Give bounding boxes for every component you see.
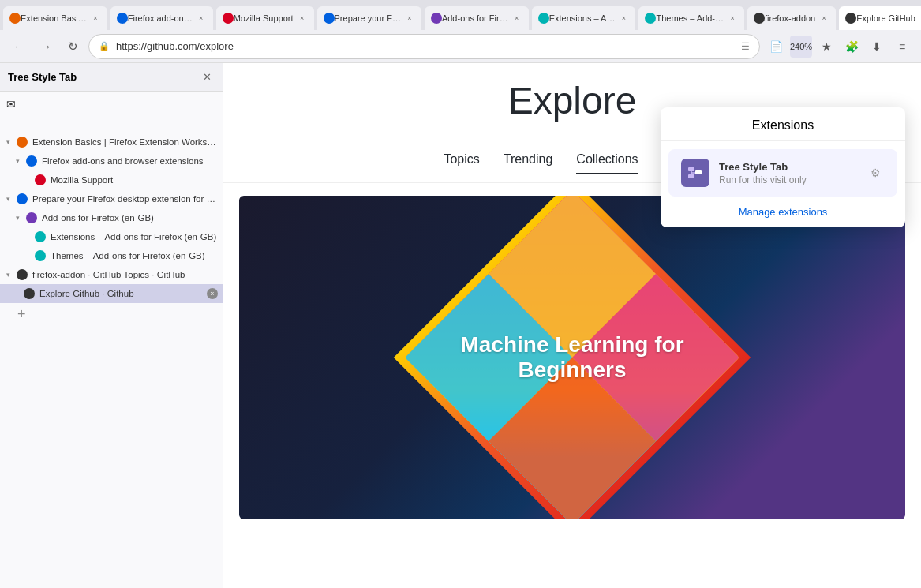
reload-button[interactable]: ↻	[62, 36, 84, 58]
expand-arrow-icon: ▾	[6, 138, 14, 146]
sidebar-tabs: ✉▾Extension Basics | Firefox Extension W…	[0, 92, 223, 588]
sidebar-item-extensions-add[interactable]: Extensions – Add-ons for Firefox (en-GB)	[0, 227, 223, 246]
tab-close-button[interactable]: ×	[511, 13, 522, 24]
tab-label: Firefox add-on…	[128, 13, 193, 23]
svg-rect-5	[695, 170, 702, 174]
tab-favicon	[223, 13, 234, 24]
svg-rect-1	[688, 167, 694, 171]
sidebar-item-themes-add[interactable]: Themes – Add-ons for Firefox (en-GB)	[0, 246, 223, 265]
extension-name: Tree Style Tab	[719, 161, 866, 173]
browser-tab-tab4[interactable]: Prepare your F…×	[317, 6, 421, 30]
tab-bar: Extension Basi…×Firefox add-on…×Mozilla …	[0, 0, 921, 30]
browser-tab-tab6[interactable]: Extensions – A…×	[532, 6, 636, 30]
sidebar-item-label: Add-ons for Firefox (en-GB)	[42, 213, 218, 223]
tab-label: Prepare your F…	[335, 13, 401, 23]
tab-label: Add-ons for Fir…	[442, 13, 508, 23]
back-icon: ←	[13, 39, 25, 53]
zoom-level[interactable]: 240%	[790, 36, 812, 58]
extension-description: Run for this visit only	[719, 174, 866, 185]
tab-close-button[interactable]: ×	[90, 13, 101, 24]
sidebar-favicon	[17, 269, 28, 280]
sidebar-favicon	[26, 212, 37, 223]
address-bar[interactable]: 🔒 https://github.com/explore ☰	[88, 34, 760, 59]
sidebar-item-label: Themes – Add-ons for Firefox (en-GB)	[51, 251, 218, 260]
sidebar-favicon	[35, 231, 46, 242]
sidebar-item-mail[interactable]	[0, 114, 223, 133]
extensions-button[interactable]: 🧩	[841, 36, 863, 58]
sidebar-header: Tree Style Tab ✕	[0, 63, 223, 92]
expand-arrow-icon: ▾	[6, 271, 14, 279]
expand-arrow-icon: ▾	[16, 214, 24, 222]
sidebar-favicon	[35, 250, 46, 261]
bookmark-button[interactable]: ★	[815, 36, 837, 58]
tab-label: Themes – Add-…	[656, 13, 724, 23]
extensions-popup: Extensions Tree Style	[661, 107, 905, 227]
sidebar-item-label: Extensions – Add-ons for Firefox (en-GB)	[51, 232, 218, 242]
mail-icon: ✉	[6, 98, 16, 110]
tab-close-button[interactable]: ×	[297, 13, 308, 24]
github-nav-collections[interactable]: Collections	[576, 146, 638, 174]
reader-button[interactable]: 📄	[765, 36, 787, 58]
sidebar-new-tab-button[interactable]: +	[0, 303, 223, 326]
extension-info: Tree Style Tab Run for this visit only	[719, 161, 866, 185]
tab-favicon	[431, 13, 442, 24]
tab-close-button[interactable]: ×	[727, 13, 738, 24]
sidebar-item-firefox-addon-github[interactable]: ▾firefox-addon · GitHub Topics · GitHub	[0, 265, 223, 284]
sidebar-item-mozilla-support[interactable]: Mozilla Support	[0, 170, 223, 189]
sidebar-item-prepare-ff[interactable]: ▾Prepare your Firefox desktop extension …	[0, 189, 223, 208]
tab-label: Extension Basi…	[21, 13, 87, 23]
tab-label: Mozilla Support	[234, 13, 294, 23]
browser-tab-tab1[interactable]: Extension Basi…×	[3, 6, 107, 30]
main-layout: Tree Style Tab ✕ ✉▾Extension Basics | Fi…	[0, 63, 921, 588]
extension-gear-button[interactable]: ⚙	[866, 163, 885, 182]
menu-button[interactable]: ≡	[891, 36, 913, 58]
sidebar-item-addons-ff[interactable]: ▾Add-ons for Firefox (en-GB)	[0, 208, 223, 227]
sidebar-close-tab-button[interactable]: ×	[207, 288, 218, 299]
browser-tab-tab2[interactable]: Firefox add-on…×	[110, 6, 213, 30]
zoom-text: 240%	[790, 42, 812, 51]
tab-close-button[interactable]: ×	[618, 13, 629, 24]
tab-close-button[interactable]: ×	[196, 13, 207, 24]
tab-label: firefox-addon	[765, 13, 815, 23]
sidebar-item-ext-basics[interactable]: ▾Extension Basics | Firefox Extension Wo…	[0, 133, 223, 152]
reload-icon: ↻	[68, 39, 78, 54]
save-button[interactable]: ⬇	[866, 36, 888, 58]
browser-tab-tab3[interactable]: Mozilla Support×	[216, 6, 314, 30]
sidebar-favicon	[17, 137, 28, 148]
sidebar-favicon	[14, 118, 25, 129]
extensions-popup-title: Extensions	[752, 118, 814, 133]
sidebar-item-mail[interactable]: ✉	[0, 95, 223, 114]
sidebar-favicon	[35, 174, 46, 185]
sidebar-favicon	[24, 288, 35, 299]
expand-arrow-icon: ▾	[6, 195, 14, 203]
back-button[interactable]: ←	[8, 36, 30, 58]
tab-close-button[interactable]: ×	[818, 13, 829, 24]
github-nav-topics[interactable]: Topics	[444, 146, 479, 174]
tab-favicon	[645, 13, 656, 24]
forward-button[interactable]: →	[35, 36, 57, 58]
extension-item-tree-style-tab[interactable]: Tree Style Tab Run for this visit only ⚙	[668, 149, 897, 197]
browser-tab-tab7[interactable]: Themes – Add-…×	[638, 6, 744, 30]
github-nav-trending[interactable]: Trending	[504, 146, 553, 174]
tree-style-tab-icon	[684, 162, 706, 184]
sidebar-item-label: firefox-addon · GitHub Topics · GitHub	[32, 270, 218, 279]
sidebar-item-explore-github[interactable]: Explore Github · Github×	[0, 284, 223, 303]
extensions-popup-header: Extensions	[661, 107, 905, 141]
sidebar-close-button[interactable]: ✕	[199, 69, 215, 85]
tab-close-button[interactable]: ×	[404, 13, 415, 24]
tab-favicon	[538, 13, 549, 24]
expand-arrow-icon: ▾	[16, 157, 24, 165]
sidebar-item-label: Firefox add-ons and browser extensions	[42, 156, 218, 166]
browser-tab-tab9[interactable]: Explore GitHub×	[839, 6, 921, 30]
browser-frame: Extension Basi…×Firefox add-on…×Mozilla …	[0, 0, 921, 588]
browser-tab-tab8[interactable]: firefox-addon×	[747, 6, 836, 30]
manage-extensions-link[interactable]: Manage extensions	[661, 197, 905, 227]
sidebar-favicon	[17, 193, 28, 204]
sidebar-item-label: Extension Basics | Firefox Extension Wor…	[32, 137, 218, 147]
content-area: Explore TopicsTrendingCollectionsEvents	[223, 63, 921, 588]
toolbar: ← → ↻ 🔒 https://github.com/explore ☰ 📄 2…	[0, 30, 921, 63]
sidebar-favicon	[26, 155, 37, 167]
browser-tab-tab5[interactable]: Add-ons for Fir…×	[425, 6, 529, 30]
sidebar-item-ff-addons[interactable]: ▾Firefox add-ons and browser extensions	[0, 152, 223, 170]
sidebar-item-label: Prepare your Firefox desktop extension f…	[32, 194, 218, 204]
